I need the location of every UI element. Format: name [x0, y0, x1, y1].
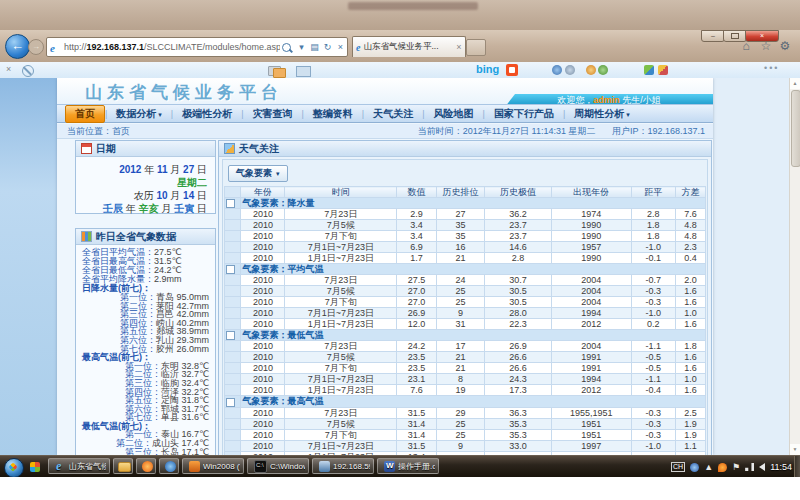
- search-dropdown-icon[interactable]: ▾: [295, 42, 308, 52]
- row-select-cell: [225, 242, 241, 253]
- toolbar-close-icon[interactable]: ×: [6, 64, 11, 74]
- calendar-line: 星期二: [76, 176, 207, 189]
- toolbar-overflow-icon[interactable]: •••: [764, 63, 779, 73]
- vertical-scrollbar[interactable]: ▲ ▼: [789, 78, 800, 455]
- table-cell: -0.3: [631, 297, 675, 308]
- calendar-text: 11: [157, 164, 168, 175]
- taskbar-button-ie[interactable]: 山东省气候业...: [48, 458, 110, 474]
- checkbox[interactable]: [226, 398, 235, 407]
- nav-item-0[interactable]: 首页: [65, 105, 105, 123]
- compatibility-view-icon[interactable]: ▤: [308, 42, 321, 52]
- table-cell: 23.7: [485, 220, 552, 231]
- mail-icon[interactable]: [296, 66, 311, 77]
- address-bar[interactable]: e http://192.168.137.1/SLCCLIMATE/module…: [46, 37, 348, 57]
- show-desktop-button[interactable]: [794, 456, 800, 478]
- secondary-toolbar: × bing •••: [0, 62, 800, 79]
- weather-table-body: 气象要素：降水量20107月23日2.92736.219742.87.62010…: [225, 198, 706, 456]
- table-cell: 1月1日~7月23日: [285, 253, 397, 264]
- toolbar-app-icon-3[interactable]: [565, 65, 575, 75]
- table-cell: 27.5: [397, 275, 436, 286]
- new-tab-button[interactable]: [466, 39, 486, 56]
- table-cell: 7月下旬: [285, 231, 397, 242]
- taskbar-button-media[interactable]: [159, 458, 179, 474]
- table-row: 20107月23日27.52430.72004-0.72.0: [225, 275, 706, 286]
- network-globe-icon[interactable]: [690, 463, 699, 472]
- taskbar-button-orange-app[interactable]: [136, 458, 156, 474]
- refresh-icon[interactable]: ↻: [321, 42, 334, 52]
- taskbar-button-cmd[interactable]: C:\Windows\s...: [247, 458, 309, 474]
- row-select-cell: [225, 209, 241, 220]
- scrollbar-thumb[interactable]: [791, 90, 800, 167]
- table-cell: -0.3: [631, 286, 675, 297]
- table-cell: 9: [436, 440, 484, 451]
- checkbox[interactable]: [226, 199, 235, 208]
- group-label-cell: 气象要素：平均气温: [241, 264, 706, 275]
- favorites-star-icon[interactable]: ☆: [757, 38, 775, 54]
- nav-item-3[interactable]: 灾害查询: [244, 106, 302, 122]
- toolbar-app-icon-2[interactable]: [552, 65, 562, 75]
- tab-close-icon[interactable]: ×: [453, 42, 465, 52]
- toolbar-app-icon-6[interactable]: [644, 65, 654, 75]
- weather-focus-body: 气象要素 ▾ 年份时间数值历史排位历史极值出现年份距平方差 气象要素：降水量20…: [222, 159, 708, 455]
- browser-back-button[interactable]: ←: [5, 34, 30, 59]
- home-icon[interactable]: ⌂: [737, 38, 755, 54]
- bing-logo[interactable]: bing: [476, 63, 499, 75]
- nav-item-6[interactable]: 风险地图: [425, 106, 483, 122]
- toolbar-app-icon-1[interactable]: [506, 64, 518, 76]
- volume-icon[interactable]: [759, 463, 765, 471]
- taskbar-button-folder[interactable]: [113, 458, 133, 474]
- table-cell: 26.6: [485, 363, 552, 374]
- ie-icon: [55, 461, 66, 472]
- table-cell: 7月5候: [285, 286, 397, 297]
- taskbar-button-rdp[interactable]: 192.168.59.99...: [312, 458, 374, 474]
- table-cell: 2010: [241, 440, 285, 451]
- nav-item-4[interactable]: 整编资料: [304, 106, 362, 122]
- page-background-left: [0, 78, 57, 455]
- table-cell: -1.1: [631, 341, 675, 352]
- stop-icon[interactable]: ×: [334, 42, 347, 52]
- element-filter-button[interactable]: 气象要素 ▾: [228, 165, 288, 182]
- table-cell: 21: [436, 253, 484, 264]
- window-minimize-button[interactable]: –: [701, 30, 725, 42]
- language-indicator[interactable]: CH: [671, 462, 685, 472]
- nav-item-5[interactable]: 天气关注: [364, 106, 422, 122]
- toolbar-app-icon-5[interactable]: [598, 65, 608, 75]
- table-cell: 2010: [241, 341, 285, 352]
- scroll-up-icon[interactable]: ▲: [790, 78, 800, 89]
- table-cell: 1.8: [675, 341, 705, 352]
- nav-item-2[interactable]: 极端性分析: [173, 106, 241, 122]
- table-cell: 35.3: [485, 418, 552, 429]
- nav-item-7[interactable]: 国家下行产品: [485, 106, 563, 122]
- network-icon[interactable]: [745, 463, 754, 471]
- checkbox[interactable]: [226, 331, 235, 340]
- chevron-down-icon: ▾: [156, 111, 161, 118]
- url-text: http://192.168.137.1/SLCCLIMATE/modules/…: [64, 42, 280, 52]
- tray-expand-icon[interactable]: ▲: [704, 456, 713, 478]
- toolbar-app-icon-4[interactable]: [586, 65, 596, 75]
- table-cell: 1.6: [675, 363, 705, 374]
- toolbar-app-icon-7[interactable]: [658, 65, 668, 75]
- checkbox[interactable]: [226, 265, 235, 274]
- table-cell: 7月23日: [285, 209, 397, 220]
- action-center-flag-icon[interactable]: ⚑: [732, 456, 740, 478]
- browser-tab[interactable]: e 山东省气候业务平... ×: [352, 36, 466, 57]
- table-row: 20107月1日~7月23日31.5933.01997-1.01.1: [225, 440, 706, 451]
- table-cell: 23.5: [397, 363, 436, 374]
- table-cell: 2010: [241, 429, 285, 440]
- scroll-down-icon[interactable]: ▼: [790, 444, 800, 455]
- start-button[interactable]: [4, 458, 24, 478]
- taskbar-button-vm[interactable]: Win2008 (VS2...: [182, 458, 244, 474]
- browser-forward-button[interactable]: →: [28, 39, 44, 55]
- nav-item-8[interactable]: 周期性分析 ▾: [565, 106, 638, 122]
- taskbar-button-word[interactable]: 操作手册.docx ...: [377, 458, 439, 474]
- search-icon[interactable]: [282, 43, 291, 52]
- clock[interactable]: 11:54: [770, 462, 792, 472]
- table-cell: 2010: [241, 275, 285, 286]
- table-cell: 1.0: [675, 308, 705, 319]
- nav-item-1[interactable]: 数据分析 ▾: [107, 106, 170, 122]
- table-cell: 23.7: [485, 231, 552, 242]
- antivirus-icon[interactable]: [718, 463, 727, 472]
- quick-launch-icon[interactable]: [30, 462, 40, 472]
- gear-icon[interactable]: ⚙: [776, 38, 794, 54]
- blocked-icon[interactable]: [22, 65, 34, 77]
